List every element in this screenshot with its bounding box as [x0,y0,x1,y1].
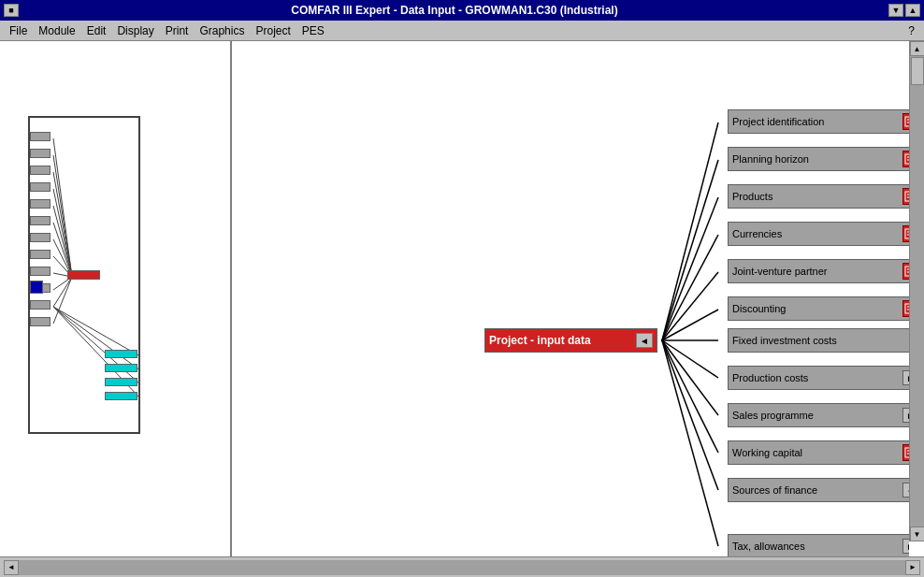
svg-line-11 [53,277,72,324]
system-menu-button[interactable]: ■ [4,4,19,17]
diagram-panel: Project - input data ◄ Project identific… [232,41,924,556]
title-bar: ■ COMFAR III Expert - Data Input - GROWM… [0,0,924,21]
svg-line-5 [53,223,72,277]
minimize-button[interactable]: ▼ [888,4,903,17]
scroll-left-button[interactable]: ◄ [4,560,19,575]
branch-working-capital[interactable]: Working capital [728,440,909,465]
menu-project[interactable]: Project [250,22,296,39]
branch-icon-0 [902,113,909,130]
scroll-thumb-vertical[interactable] [911,57,924,85]
branch-label-11: Tax, allowances [732,541,805,552]
menu-bar: File Module Edit Display Print Graphics … [0,21,924,41]
menu-file[interactable]: File [4,22,33,39]
branch-icon-2 [902,188,909,205]
mini-node-9 [30,267,51,276]
mini-node-1 [30,132,51,141]
scroll-track-horizontal[interactable] [19,560,905,575]
central-node-label: Project - input data [489,334,591,347]
mini-cyan-1 [105,350,137,358]
central-node[interactable]: Project - input data ◄ [484,328,657,353]
mini-node-12 [30,317,51,326]
minimap-container [28,116,140,434]
branch-label-5: Discounting [732,303,786,314]
branch-icon-4 [902,263,909,280]
scroll-right-button[interactable]: ► [905,560,920,575]
mini-node-4 [30,182,51,192]
branch-label-8: Sales programme [732,410,814,421]
svg-line-20 [662,272,718,340]
branch-arrow-11: ► [902,539,909,554]
mini-central-node [67,270,100,280]
menu-help[interactable]: ? [902,22,920,39]
mini-blue-node [30,281,43,294]
mini-cyan-3 [105,378,137,386]
svg-line-23 [662,340,718,378]
branch-icon-9 [902,444,909,461]
svg-line-24 [662,340,718,415]
branch-products[interactable]: Products [728,184,909,209]
mini-node-8 [30,250,51,259]
branch-fixed-investment[interactable]: Fixed investment costs ► [728,328,909,353]
mini-node-3 [30,166,51,175]
svg-line-14 [53,307,138,384]
svg-line-13 [53,307,138,370]
branch-arrow-7: ► [902,370,909,385]
central-node-arrow: ◄ [636,333,653,348]
branch-sales-programme[interactable]: Sales programme ► [728,403,909,427]
svg-line-4 [53,206,72,277]
scroll-track-vertical[interactable] [910,56,925,527]
horizontal-scrollbar: ◄ ► [4,560,920,575]
vertical-scrollbar: ▲ ▼ [909,41,924,541]
branch-currencies[interactable]: Currencies [728,222,909,246]
title-bar-label: COMFAR III Expert - Data Input - GROWMAN… [21,4,888,17]
branch-label-1: Planning horizon [732,153,809,165]
branch-icon-5 [902,300,909,317]
branch-label-2: Products [732,191,772,202]
maximize-button[interactable]: ▲ [905,4,920,17]
menu-pes[interactable]: PES [296,22,330,39]
mini-cyan-4 [105,392,137,400]
scroll-down-button[interactable]: ▼ [910,527,925,541]
bottom-bar: ◄ ► [0,556,924,577]
branch-tax-allowances[interactable]: Tax, allowances ► [728,534,909,556]
branch-arrow-8: ► [902,408,909,423]
menu-module[interactable]: Module [33,22,80,39]
mini-node-6 [30,216,51,225]
branch-label-10: Sources of finance [732,484,817,496]
branch-production-costs[interactable]: Production costs ► [728,366,909,390]
menu-graphics[interactable]: Graphics [194,22,250,39]
svg-line-21 [662,310,718,340]
mini-node-11 [30,300,51,310]
branch-planning-horizon[interactable]: Planning horizon [728,147,909,171]
svg-line-0 [53,138,72,277]
main-area: Project - input data ◄ Project identific… [0,41,924,556]
branch-label-9: Working capital [732,447,802,458]
branch-icon-1 [902,151,909,167]
minimap-panel [0,41,232,556]
menu-edit[interactable]: Edit [81,22,112,39]
svg-line-16 [662,123,718,340]
svg-line-10 [53,277,72,307]
branch-icon-3 [902,225,909,242]
branch-label-0: Project identification [732,116,824,127]
mini-node-7 [30,233,51,242]
svg-line-25 [662,340,718,453]
menu-display[interactable]: Display [111,22,159,39]
svg-line-1 [53,155,72,277]
branch-joint-venture[interactable]: Joint-venture partner [728,259,909,283]
svg-line-26 [662,340,718,490]
branch-sources-finance[interactable]: Sources of finance ◄ [728,478,909,502]
svg-line-27 [662,340,718,546]
mini-node-2 [30,149,51,158]
branch-discounting[interactable]: Discounting [728,296,909,321]
mini-cyan-2 [105,364,137,372]
branch-label-7: Production costs [732,372,808,383]
branch-label-3: Currencies [732,228,782,239]
svg-line-17 [662,160,718,340]
diagram-area: Project - input data ◄ Project identific… [232,41,909,556]
menu-print[interactable]: Print [160,22,195,39]
scroll-up-button[interactable]: ▲ [910,41,925,56]
branch-project-identification[interactable]: Project identification [728,109,909,134]
svg-line-18 [662,197,718,340]
mini-node-5 [30,199,51,209]
